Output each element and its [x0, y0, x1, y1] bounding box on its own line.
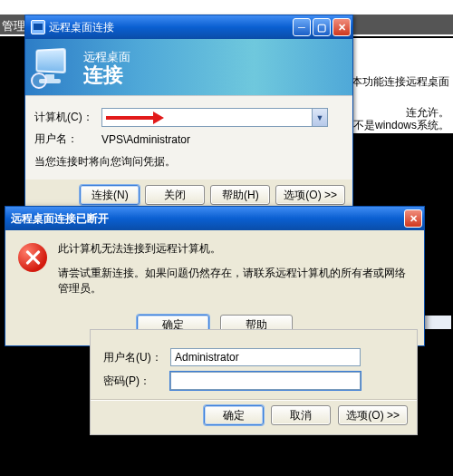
annotation-arrow-icon — [106, 112, 160, 124]
credentials-panel: 用户名(U)： 密码(P)： 确定 取消 选项(O) >> — [90, 329, 418, 435]
rdp-banner: 远程桌面 连接 — [25, 39, 352, 95]
window-controls: ─ ▢ ✕ — [293, 18, 351, 36]
banner-line-2: 连接 — [83, 65, 130, 85]
user-label: 用户名： — [34, 131, 101, 147]
help-button[interactable]: 帮助(H) — [210, 185, 270, 205]
error-dialog: 远程桌面连接已断开 ✕ 此计算机无法连接到远程计算机。 请尝试重新连接。如果问题… — [5, 206, 425, 346]
minimize-button[interactable]: ─ — [293, 18, 311, 36]
cred-ok-button[interactable]: 确定 — [204, 405, 264, 425]
rdp-titlebar[interactable]: 远程桌面连接 ─ ▢ ✕ — [25, 15, 352, 39]
password-label: 密码(P)： — [103, 374, 170, 389]
divider — [91, 399, 417, 400]
options-button[interactable]: 选项(O) >> — [275, 185, 345, 205]
cred-options-button[interactable]: 选项(O) >> — [338, 405, 408, 425]
credential-hint: 当您连接时将向您询问凭据。 — [34, 154, 176, 170]
connect-button[interactable]: 连接(N) — [80, 185, 140, 205]
rdp-app-icon — [31, 20, 45, 34]
computer-label: 计算机(C)： — [34, 110, 101, 125]
error-close-button[interactable]: ✕ — [404, 209, 422, 228]
rdp-title: 远程桌面连接 — [49, 20, 293, 35]
username-input[interactable] — [170, 348, 361, 366]
rdp-body: 计算机(C)： ▼ 用户名： VPS\Administrator 当您连接时将向… — [25, 95, 352, 180]
monitor-icon — [31, 47, 74, 87]
cred-cancel-button[interactable]: 取消 — [271, 405, 331, 425]
cred-button-row: 确定 取消 选项(O) >> — [103, 405, 408, 425]
error-title: 远程桌面连接已断开 — [11, 211, 404, 227]
password-input[interactable] — [170, 372, 361, 390]
close-button[interactable]: ✕ — [333, 18, 351, 36]
page-header-tab: 管理 — [2, 18, 25, 34]
error-message-2: 请尝试重新连接。如果问题仍然存在，请联系远程计算机的所有者或网络管理员。 — [58, 266, 411, 296]
error-body: 此计算机无法连接到远程计算机。 请尝试重新连接。如果问题仍然存在，请联系远程计算… — [5, 230, 424, 311]
chevron-down-icon[interactable]: ▼ — [312, 109, 327, 126]
username-label: 用户名(U)： — [103, 350, 170, 365]
maximize-button[interactable]: ▢ — [313, 18, 331, 36]
close-dialog-button[interactable]: 关闭 — [145, 185, 205, 205]
page-text-1: 用本功能连接远程桌面 — [341, 74, 449, 90]
error-message-1: 此计算机无法连接到远程计算机。 — [58, 241, 411, 257]
page-text-3: 不是windows系统。 — [353, 118, 449, 133]
computer-combobox[interactable]: ▼ — [101, 108, 328, 127]
user-value: VPS\Administrator — [101, 133, 190, 146]
error-icon — [18, 243, 47, 272]
error-titlebar[interactable]: 远程桌面连接已断开 ✕ — [5, 207, 424, 230]
rdp-window: 远程桌面连接 ─ ▢ ✕ 远程桌面 连接 计算机(C)： ▼ 用户名： V — [24, 15, 353, 215]
